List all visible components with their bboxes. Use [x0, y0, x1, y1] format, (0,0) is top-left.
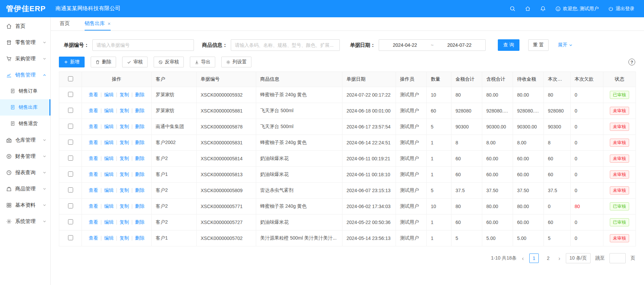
- row-copy-link[interactable]: 复制: [119, 219, 129, 225]
- page-2-button[interactable]: 2: [543, 253, 553, 263]
- home-icon[interactable]: [525, 6, 531, 12]
- table-row: 查看|编辑|复制|删除客户1XSCK00000005813奶油味爆米花2024-…: [59, 167, 636, 183]
- row-view-link[interactable]: 查看: [89, 108, 98, 113]
- jump-page-input[interactable]: [609, 253, 626, 263]
- sidebar-item-sales-outbound[interactable]: 销售出库: [0, 99, 50, 116]
- sidebar-item-retail-management[interactable]: 零售管理: [0, 34, 50, 50]
- row-checkbox[interactable]: [68, 156, 73, 161]
- doc-no-input[interactable]: [92, 39, 194, 51]
- row-checkbox[interactable]: [68, 140, 73, 145]
- row-edit-link[interactable]: 编辑: [104, 140, 114, 145]
- row-delete-link[interactable]: 删除: [135, 219, 145, 225]
- help-icon[interactable]: ?: [628, 59, 635, 65]
- page-suffix-label: 页: [630, 255, 635, 261]
- row-view-link[interactable]: 查看: [89, 124, 98, 129]
- row-copy-link[interactable]: 复制: [119, 187, 129, 193]
- sidebar-item-finance-management[interactable]: 财务管理: [0, 148, 50, 164]
- bell-icon[interactable]: [540, 6, 546, 12]
- row-checkbox[interactable]: [68, 219, 73, 224]
- row-view-link[interactable]: 查看: [89, 203, 98, 209]
- reset-button[interactable]: 重 置: [528, 39, 549, 51]
- row-edit-link[interactable]: 编辑: [104, 187, 114, 193]
- row-copy-link[interactable]: 复制: [119, 140, 129, 145]
- app-logo[interactable]: 管伊佳ERP: [0, 4, 51, 14]
- column-header: 单据日期: [342, 72, 396, 87]
- row-view-link[interactable]: 查看: [89, 187, 98, 193]
- row-delete-link[interactable]: 删除: [135, 108, 145, 113]
- cell-status: 已审核: [603, 215, 636, 230]
- sidebar-item-basic-data[interactable]: 基本资料: [0, 197, 50, 213]
- sidebar-item-sales-management[interactable]: 销售管理: [0, 67, 50, 83]
- add-button[interactable]: 新增: [59, 57, 85, 67]
- logout-button[interactable]: 退出登录: [608, 6, 635, 12]
- sidebar-item-home[interactable]: 首页: [0, 18, 50, 34]
- row-edit-link[interactable]: 编辑: [104, 156, 114, 161]
- row-copy-link[interactable]: 复制: [119, 92, 129, 97]
- row-view-link[interactable]: 查看: [89, 219, 98, 225]
- cell-tax_total: 928080.00: [482, 103, 513, 119]
- row-checkbox[interactable]: [68, 124, 73, 129]
- row-delete-link[interactable]: 删除: [135, 140, 145, 145]
- row-edit-link[interactable]: 编辑: [104, 219, 114, 225]
- row-delete-link[interactable]: 删除: [135, 156, 145, 161]
- row-edit-link[interactable]: 编辑: [104, 203, 114, 209]
- expand-link[interactable]: 展开: [558, 42, 573, 48]
- row-checkbox[interactable]: [68, 235, 73, 240]
- audit-button[interactable]: 审核: [122, 57, 148, 67]
- sidebar-item-sales-return[interactable]: 销售退货: [0, 116, 50, 132]
- row-copy-link[interactable]: 复制: [119, 108, 129, 113]
- sidebar-item-sales-order[interactable]: 销售订单: [0, 83, 50, 99]
- row-copy-link[interactable]: 复制: [119, 203, 129, 209]
- user-welcome[interactable]: 欢迎您, 测试用户: [555, 6, 599, 12]
- row-copy-link[interactable]: 复制: [119, 171, 129, 177]
- row-checkbox[interactable]: [68, 187, 73, 192]
- column-header: 本次收款: [544, 72, 571, 87]
- row-checkbox[interactable]: [68, 203, 73, 208]
- row-edit-link[interactable]: 编辑: [104, 124, 114, 129]
- tab-close-icon[interactable]: ×: [108, 21, 111, 26]
- sidebar-item-product-management[interactable]: 商品管理: [0, 181, 50, 197]
- date-separator: ~: [431, 42, 434, 48]
- sidebar-item-purchase-management[interactable]: 采购管理: [0, 50, 50, 67]
- row-delete-link[interactable]: 删除: [135, 92, 145, 97]
- row-view-link[interactable]: 查看: [89, 156, 98, 161]
- row-checkbox[interactable]: [68, 171, 73, 177]
- column-settings-button[interactable]: 列设置: [221, 57, 251, 67]
- unaudit-button[interactable]: 反审核: [154, 57, 184, 67]
- page-size-select[interactable]: 10 条/页: [566, 253, 591, 263]
- sidebar-item-report-query[interactable]: 报表查询: [0, 164, 50, 181]
- row-edit-link[interactable]: 编辑: [104, 92, 114, 97]
- tab-home[interactable]: 首页: [60, 17, 70, 30]
- row-delete-link[interactable]: 删除: [135, 171, 145, 177]
- tab-sales-outbound[interactable]: 销售出库 ×: [85, 17, 111, 30]
- row-copy-link[interactable]: 复制: [119, 124, 129, 129]
- product-info-input[interactable]: [231, 39, 340, 51]
- row-view-link[interactable]: 查看: [89, 140, 98, 145]
- next-page-button[interactable]: ›: [558, 256, 561, 261]
- row-view-link[interactable]: 查看: [89, 92, 98, 97]
- row-copy-link[interactable]: 复制: [119, 156, 129, 161]
- row-delete-link[interactable]: 删除: [135, 124, 145, 129]
- sidebar-item-system-management[interactable]: 系统管理: [0, 213, 50, 229]
- row-checkbox[interactable]: [68, 92, 73, 97]
- page-1-button[interactable]: 1: [529, 253, 539, 263]
- delete-button[interactable]: 删除: [91, 57, 116, 67]
- row-view-link[interactable]: 查看: [89, 235, 98, 241]
- row-delete-link[interactable]: 删除: [135, 235, 145, 241]
- date-range-picker[interactable]: 2024-04-22 ~ 2024-07-22: [379, 39, 486, 51]
- row-checkbox[interactable]: [68, 108, 73, 113]
- row-copy-link[interactable]: 复制: [119, 235, 129, 241]
- row-edit-link[interactable]: 编辑: [104, 108, 114, 113]
- row-edit-link[interactable]: 编辑: [104, 235, 114, 241]
- add-label: 新增: [70, 59, 80, 65]
- row-view-link[interactable]: 查看: [89, 171, 98, 177]
- row-delete-link[interactable]: 删除: [135, 203, 145, 209]
- prev-page-button[interactable]: ‹: [521, 256, 525, 261]
- row-delete-link[interactable]: 删除: [135, 187, 145, 193]
- row-edit-link[interactable]: 编辑: [104, 171, 114, 177]
- sidebar-item-warehouse-management[interactable]: 仓库管理: [0, 132, 50, 148]
- select-all-checkbox[interactable]: [68, 76, 73, 81]
- search-button[interactable]: 查 询: [498, 39, 519, 51]
- search-icon[interactable]: [510, 6, 515, 12]
- export-button[interactable]: 导出: [190, 57, 215, 67]
